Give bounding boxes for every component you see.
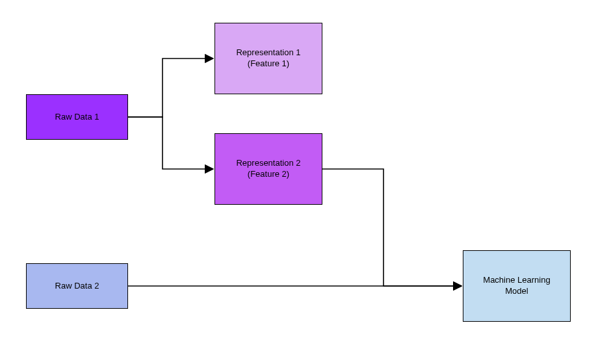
node-label-line2: Model [483, 286, 550, 297]
node-label-wrap: Representation 2 (Feature 2) [236, 158, 300, 180]
node-raw-data-2: Raw Data 2 [26, 263, 128, 309]
edge-rep2-ml [322, 169, 462, 286]
node-label-wrap: Machine Learning Model [483, 275, 550, 297]
node-label: Raw Data 2 [55, 281, 99, 292]
diagram-canvas: Raw Data 1 Raw Data 2 Representation 1 (… [0, 0, 598, 364]
node-representation-1: Representation 1 (Feature 1) [214, 23, 322, 94]
node-label-wrap: Representation 1 (Feature 1) [236, 47, 300, 70]
edge-raw1-rep2 [128, 117, 213, 169]
node-label-line2: (Feature 2) [236, 169, 300, 180]
node-raw-data-1: Raw Data 1 [26, 94, 128, 140]
node-ml-model: Machine Learning Model [463, 250, 571, 322]
node-label-line1: Representation 1 [236, 47, 300, 58]
node-label-line1: Representation 2 [236, 158, 300, 169]
node-label-line1: Machine Learning [483, 275, 550, 286]
edge-raw1-rep1 [128, 58, 213, 117]
node-representation-2: Representation 2 (Feature 2) [214, 133, 322, 205]
node-label-line2: (Feature 1) [236, 58, 300, 70]
node-label: Raw Data 1 [55, 112, 99, 123]
